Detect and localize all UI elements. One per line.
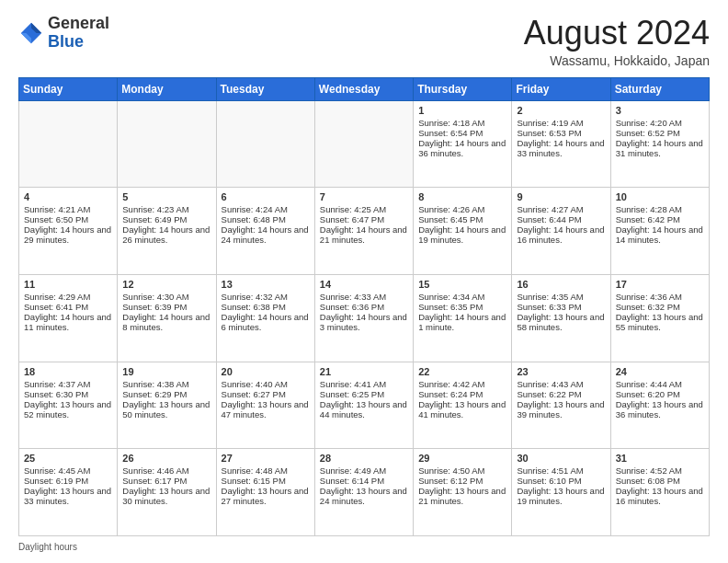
day-info: Sunrise: 4:20 AM — [616, 118, 704, 128]
day-info: Sunrise: 4:23 AM — [122, 204, 210, 214]
day-number: 23 — [517, 366, 605, 377]
day-info: Daylight: 14 hours and 31 minutes. — [616, 138, 704, 158]
day-info: Daylight: 13 hours and 47 minutes. — [222, 399, 310, 419]
day-info: Sunrise: 4:25 AM — [320, 204, 408, 214]
day-info: Sunset: 6:42 PM — [616, 214, 704, 224]
day-info: Daylight: 14 hours and 26 minutes. — [122, 224, 210, 245]
day-info: Sunrise: 4:49 AM — [320, 465, 408, 476]
day-info: Sunrise: 4:52 AM — [616, 465, 704, 476]
day-info: Sunset: 6:22 PM — [517, 389, 605, 399]
calendar-cell: 31Sunrise: 4:52 AMSunset: 6:08 PMDayligh… — [610, 449, 709, 536]
calendar-cell — [216, 100, 314, 188]
calendar-cell: 4Sunrise: 4:21 AMSunset: 6:50 PMDaylight… — [19, 188, 118, 275]
day-info: Sunset: 6:48 PM — [222, 214, 310, 224]
day-number: 15 — [418, 279, 506, 290]
day-info: Daylight: 14 hours and 14 minutes. — [616, 224, 704, 245]
day-info: Daylight: 13 hours and 44 minutes. — [320, 399, 408, 419]
calendar-cell: 21Sunrise: 4:41 AMSunset: 6:25 PMDayligh… — [314, 362, 413, 449]
calendar-cell: 20Sunrise: 4:40 AMSunset: 6:27 PMDayligh… — [216, 362, 314, 449]
day-number: 12 — [122, 279, 210, 290]
day-number: 27 — [222, 453, 310, 464]
day-info: Sunrise: 4:45 AM — [24, 465, 112, 476]
calendar-cell: 15Sunrise: 4:34 AMSunset: 6:35 PMDayligh… — [414, 274, 512, 362]
day-info: Sunrise: 4:35 AM — [517, 292, 605, 302]
calendar-cell: 17Sunrise: 4:36 AMSunset: 6:32 PMDayligh… — [610, 274, 709, 362]
day-info: Sunrise: 4:28 AM — [616, 204, 704, 214]
footer: Daylight hours — [18, 542, 710, 552]
calendar-table: Sunday Monday Tuesday Wednesday Thursday… — [18, 77, 710, 536]
day-info: Daylight: 14 hours and 19 minutes. — [418, 224, 506, 245]
day-info: Daylight: 13 hours and 36 minutes. — [616, 399, 704, 419]
week-row-1: 1Sunrise: 4:18 AMSunset: 6:54 PMDaylight… — [19, 100, 710, 188]
day-info: Sunset: 6:47 PM — [320, 214, 408, 224]
calendar-cell: 8Sunrise: 4:26 AMSunset: 6:45 PMDaylight… — [414, 188, 512, 275]
calendar-header-row: Sunday Monday Tuesday Wednesday Thursday… — [19, 77, 710, 100]
day-number: 11 — [24, 279, 112, 290]
logo-blue: Blue — [48, 32, 84, 51]
day-info: Daylight: 13 hours and 16 minutes. — [616, 486, 704, 506]
col-wednesday: Wednesday — [314, 77, 413, 100]
calendar-cell: 7Sunrise: 4:25 AMSunset: 6:47 PMDaylight… — [314, 188, 413, 275]
day-info: Sunset: 6:15 PM — [222, 476, 310, 486]
day-info: Sunset: 6:24 PM — [418, 389, 506, 399]
calendar-cell — [118, 100, 216, 188]
calendar-cell — [19, 100, 118, 188]
day-number: 14 — [320, 279, 408, 290]
day-number: 28 — [320, 453, 408, 464]
day-info: Sunrise: 4:46 AM — [122, 465, 210, 476]
day-info: Sunrise: 4:32 AM — [222, 292, 310, 302]
day-info: Sunrise: 4:33 AM — [320, 292, 408, 302]
day-info: Sunset: 6:49 PM — [122, 214, 210, 224]
day-number: 13 — [222, 279, 310, 290]
day-info: Sunset: 6:17 PM — [122, 476, 210, 486]
day-info: Sunrise: 4:50 AM — [418, 465, 506, 476]
day-info: Daylight: 14 hours and 21 minutes. — [320, 224, 408, 245]
day-info: Daylight: 14 hours and 24 minutes. — [222, 224, 310, 245]
col-sunday: Sunday — [19, 77, 118, 100]
day-info: Sunrise: 4:18 AM — [418, 118, 506, 128]
day-info: Sunrise: 4:26 AM — [418, 204, 506, 214]
location-label: Wassamu, Hokkaido, Japan — [524, 53, 710, 68]
logo-icon — [18, 20, 44, 46]
calendar-cell: 24Sunrise: 4:44 AMSunset: 6:20 PMDayligh… — [610, 362, 709, 449]
day-number: 2 — [517, 105, 605, 116]
day-info: Daylight: 14 hours and 3 minutes. — [320, 312, 408, 332]
header: General Blue August 2024 Wassamu, Hokkai… — [18, 15, 710, 68]
col-tuesday: Tuesday — [216, 77, 314, 100]
title-block: August 2024 Wassamu, Hokkaido, Japan — [524, 15, 710, 68]
day-info: Daylight: 13 hours and 21 minutes. — [418, 486, 506, 506]
day-info: Daylight: 14 hours and 11 minutes. — [24, 312, 112, 332]
day-number: 22 — [418, 366, 506, 377]
day-info: Sunrise: 4:51 AM — [517, 465, 605, 476]
col-thursday: Thursday — [414, 77, 512, 100]
day-info: Daylight: 14 hours and 29 minutes. — [24, 224, 112, 245]
day-info: Daylight: 13 hours and 30 minutes. — [122, 486, 210, 506]
logo: General Blue — [18, 15, 109, 52]
day-number: 21 — [320, 366, 408, 377]
day-info: Sunset: 6:30 PM — [24, 389, 112, 399]
week-row-2: 4Sunrise: 4:21 AMSunset: 6:50 PMDaylight… — [19, 188, 710, 275]
day-number: 4 — [24, 191, 112, 202]
day-info: Sunrise: 4:24 AM — [222, 204, 310, 214]
calendar-cell: 5Sunrise: 4:23 AMSunset: 6:49 PMDaylight… — [118, 188, 216, 275]
calendar-cell: 29Sunrise: 4:50 AMSunset: 6:12 PMDayligh… — [414, 449, 512, 536]
page: General Blue August 2024 Wassamu, Hokkai… — [0, 0, 728, 563]
day-info: Daylight: 13 hours and 19 minutes. — [517, 486, 605, 506]
calendar-cell — [314, 100, 413, 188]
day-info: Sunset: 6:45 PM — [418, 214, 506, 224]
week-row-3: 11Sunrise: 4:29 AMSunset: 6:41 PMDayligh… — [19, 274, 710, 362]
day-info: Sunrise: 4:40 AM — [222, 379, 310, 389]
day-info: Daylight: 13 hours and 39 minutes. — [517, 399, 605, 419]
day-info: Daylight: 14 hours and 36 minutes. — [418, 138, 506, 158]
day-number: 7 — [320, 191, 408, 202]
day-number: 20 — [222, 366, 310, 377]
day-info: Daylight: 13 hours and 41 minutes. — [418, 399, 506, 419]
day-number: 29 — [418, 453, 506, 464]
day-info: Sunset: 6:12 PM — [418, 476, 506, 486]
day-info: Sunrise: 4:21 AM — [24, 204, 112, 214]
day-info: Daylight: 13 hours and 27 minutes. — [222, 486, 310, 506]
day-info: Sunrise: 4:36 AM — [616, 292, 704, 302]
week-row-4: 18Sunrise: 4:37 AMSunset: 6:30 PMDayligh… — [19, 362, 710, 449]
calendar-cell: 1Sunrise: 4:18 AMSunset: 6:54 PMDaylight… — [414, 100, 512, 188]
day-info: Sunset: 6:39 PM — [122, 302, 210, 312]
